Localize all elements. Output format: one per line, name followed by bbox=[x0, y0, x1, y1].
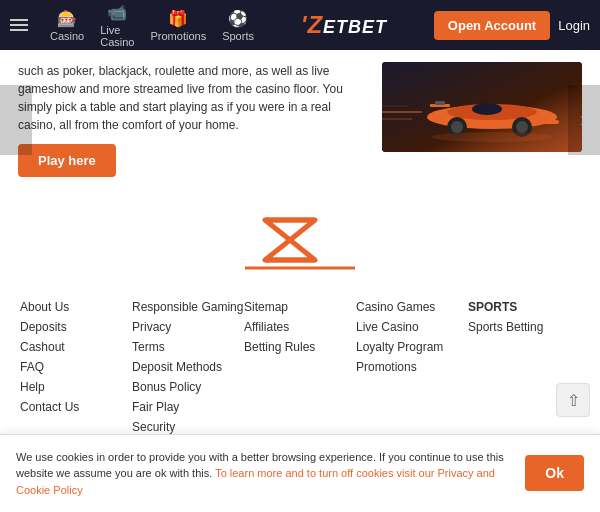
svg-point-15 bbox=[432, 132, 552, 142]
footer-cashout[interactable]: Cashout bbox=[20, 340, 132, 354]
nav-casino[interactable]: 🎰 Casino bbox=[50, 9, 84, 42]
content-text-area: such as poker, blackjack, roulette and m… bbox=[18, 62, 370, 178]
promotions-icon: 🎁 bbox=[168, 9, 188, 28]
svg-rect-5 bbox=[537, 120, 559, 124]
footer-security[interactable]: Security bbox=[132, 420, 244, 434]
nav-bar: 🎰 Casino 📹 Live Casino 🎁 Promotions ⚽ Sp… bbox=[50, 3, 254, 48]
footer-faq[interactable]: FAQ bbox=[20, 360, 132, 374]
svg-point-11 bbox=[516, 121, 528, 133]
cookie-text: We use cookies in order to provide you w… bbox=[16, 449, 513, 499]
logo: 'ZETBET bbox=[272, 11, 416, 39]
nav-sports-label: Sports bbox=[222, 30, 254, 42]
nav-promotions-label: Promotions bbox=[151, 30, 207, 42]
footer-terms[interactable]: Terms bbox=[132, 340, 244, 354]
svg-rect-7 bbox=[435, 101, 445, 105]
cookie-ok-button[interactable]: Ok bbox=[525, 455, 584, 491]
footer-affiliates[interactable]: Affiliates bbox=[244, 320, 356, 334]
footer-col-4: Casino Games Live Casino Loyalty Program… bbox=[356, 300, 468, 434]
footer-live-casino[interactable]: Live Casino bbox=[356, 320, 468, 334]
footer-help[interactable]: Help bbox=[20, 380, 132, 394]
header: 🎰 Casino 📹 Live Casino 🎁 Promotions ⚽ Sp… bbox=[0, 0, 600, 50]
footer-about-us[interactable]: About Us bbox=[20, 300, 132, 314]
hero-image bbox=[382, 62, 582, 152]
footer-loyalty-program[interactable]: Loyalty Program bbox=[356, 340, 468, 354]
svg-marker-16 bbox=[265, 220, 315, 260]
scroll-up-button[interactable]: ⇧ bbox=[556, 383, 590, 417]
play-here-button[interactable]: Play here bbox=[18, 144, 116, 177]
footer-deposit-methods[interactable]: Deposit Methods bbox=[132, 360, 244, 374]
footer-sitemap[interactable]: Sitemap bbox=[244, 300, 356, 314]
nav-promotions[interactable]: 🎁 Promotions bbox=[151, 9, 207, 42]
logo-text: 'ZETBET bbox=[301, 11, 387, 39]
footer-bonus-policy[interactable]: Bonus Policy bbox=[132, 380, 244, 394]
casino-icon: 🎰 bbox=[57, 9, 77, 28]
footer-links: About Us Deposits Cashout FAQ Help Conta… bbox=[0, 290, 600, 444]
nav-sports[interactable]: ⚽ Sports bbox=[222, 9, 254, 42]
login-button[interactable]: Login bbox=[558, 11, 590, 40]
brand-logo-section bbox=[0, 190, 600, 290]
footer-deposits[interactable]: Deposits bbox=[20, 320, 132, 334]
footer-responsible-gaming[interactable]: Responsible Gaming bbox=[132, 300, 244, 314]
brand-logo-svg bbox=[235, 210, 365, 280]
nav-live-casino[interactable]: 📹 Live Casino bbox=[100, 3, 134, 48]
open-account-button[interactable]: Open Account bbox=[434, 11, 550, 40]
svg-point-9 bbox=[451, 121, 463, 133]
content-description: such as poker, blackjack, roulette and m… bbox=[18, 62, 370, 134]
footer-privacy[interactable]: Privacy bbox=[132, 320, 244, 334]
footer-betting-rules[interactable]: Betting Rules bbox=[244, 340, 356, 354]
nav-casino-label: Casino bbox=[50, 30, 84, 42]
footer-promotions[interactable]: Promotions bbox=[356, 360, 468, 374]
footer-col-2: Responsible Gaming Privacy Terms Deposit… bbox=[132, 300, 244, 434]
carousel-left-arrow[interactable]: ‹ bbox=[0, 85, 32, 155]
footer-casino-games[interactable]: Casino Games bbox=[356, 300, 468, 314]
nav-live-casino-label: Live Casino bbox=[100, 24, 134, 48]
footer-contact-us[interactable]: Contact Us bbox=[20, 400, 132, 414]
hamburger-menu[interactable] bbox=[10, 19, 28, 31]
cookie-banner: We use cookies in order to provide you w… bbox=[0, 434, 600, 513]
sports-icon: ⚽ bbox=[228, 9, 248, 28]
carousel-right-arrow[interactable]: › bbox=[568, 85, 600, 155]
footer-sports[interactable]: SPORTS bbox=[468, 300, 580, 314]
header-buttons: Open Account Login bbox=[434, 11, 590, 40]
footer-fair-play[interactable]: Fair Play bbox=[132, 400, 244, 414]
footer-col-3: Sitemap Affiliates Betting Rules bbox=[244, 300, 356, 434]
main-content: such as poker, blackjack, roulette and m… bbox=[0, 50, 600, 190]
footer-sports-betting[interactable]: Sports Betting bbox=[468, 320, 580, 334]
svg-point-4 bbox=[472, 103, 502, 115]
live-casino-icon: 📹 bbox=[107, 3, 127, 22]
footer-col-1: About Us Deposits Cashout FAQ Help Conta… bbox=[20, 300, 132, 434]
